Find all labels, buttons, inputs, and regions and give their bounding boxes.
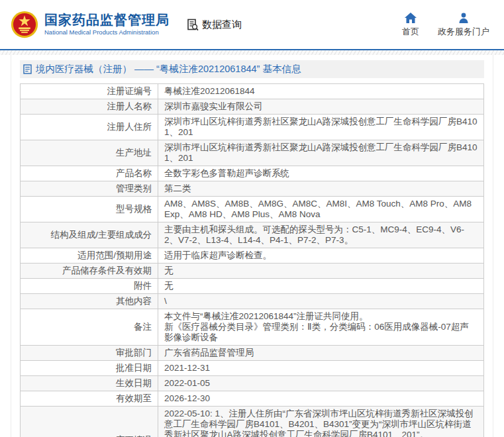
row-value: 全数字彩色多普勒超声诊断系统 (158, 166, 483, 181)
nav-home-label: 首页 (402, 26, 419, 38)
table-row: 生效日期2022-01-05 (21, 375, 483, 391)
info-table: 注册证编号粤械注准20212061844 注册人名称深圳市嘉骏实业有限公司 注册… (20, 83, 484, 437)
row-value: 粤械注准20212061844 (158, 84, 483, 99)
row-value: 2026-12-30 (158, 391, 483, 406)
row-value: AM8、AM8S、AM8B、AM8G、AM8C、AM8I、AM8 Touch、A… (158, 197, 483, 222)
row-value: 无 (158, 264, 483, 278)
table-row: 产品名称全数字彩色多普勒超声诊断系统 (21, 166, 483, 181)
table-row: 其他内容\ (21, 293, 483, 309)
table-row: 附件无 (21, 278, 483, 293)
row-label: 管理类别 (21, 181, 158, 196)
row-value: 本文件与“粤械注准20212061844”注册证共同使用。 新《医疗器械分类目录… (158, 309, 483, 345)
nav-portal[interactable]: 政务服务门户 (438, 12, 489, 38)
table-row: 产品储存条件及有效期无 (21, 263, 483, 278)
user-icon (458, 12, 470, 24)
row-label: 注册人住所 (21, 115, 158, 140)
table-row: 注册人名称深圳市嘉骏实业有限公司 (21, 99, 483, 114)
row-value: \ (158, 294, 483, 309)
row-label: 注册人名称 (21, 99, 158, 114)
row-label: 附件 (21, 279, 158, 293)
table-row: 适用范围/预期用途适用于临床超声诊断检查。 (21, 248, 483, 263)
row-value: 2022-01-05 (158, 376, 483, 391)
table-row: 备注本文件与“粤械注准20212061844”注册证共同使用。 新《医疗器械分类… (21, 309, 483, 345)
org-name-en: National Medical Products Administration (44, 29, 170, 36)
row-label: 备注 (21, 309, 158, 345)
table-row: 结构及组成/主要组成成分主要由主机和探头组成。可选配的探头型号为：C5-1、MC… (21, 222, 483, 248)
content-card: 境内医疗器械（注册） —— “粤械注准20212061844” 基本信息 注册证… (11, 55, 493, 437)
table-row: 有效期至2026-12-30 (21, 391, 483, 406)
table-row: 批准日期2021-12-31 (21, 360, 483, 375)
row-label: 有效期至 (21, 391, 158, 406)
site-logo[interactable]: 国家药品监督管理局 National Medical Products Admi… (11, 11, 170, 38)
decorative-hatch-strip (0, 50, 504, 55)
row-label: 变更情况 (21, 407, 158, 437)
nav-home[interactable]: 首页 (402, 12, 419, 38)
row-label: 审批部门 (21, 346, 158, 360)
row-value: 主要由主机和探头组成。可选配的探头型号为：C5-1、MC9-4、EC9-4、V6… (158, 222, 483, 248)
home-icon (404, 12, 417, 24)
row-value: 深圳市坪山区坑梓街道秀新社区聚龙山A路深城投创意工厂生命科学园厂房B4101、2… (158, 115, 483, 140)
table-row: 注册证编号粤械注准20212061844 (21, 84, 483, 99)
row-label: 产品储存条件及有效期 (21, 264, 158, 278)
row-value: 第二类 (158, 181, 483, 196)
site-header: 国家药品监督管理局 National Medical Products Admi… (0, 0, 504, 50)
page-title: 境内医疗器械（注册） —— “粤械注准20212061844” 基本信息 (36, 63, 301, 75)
document-icon (23, 64, 32, 74)
nav-portal-label: 政务服务门户 (438, 26, 489, 38)
row-label: 生效日期 (21, 376, 158, 391)
data-query-nav[interactable]: 数据查询 (187, 19, 242, 31)
table-row: 管理类别第二类 (21, 181, 483, 196)
row-label: 注册证编号 (21, 84, 158, 99)
row-label: 其他内容 (21, 294, 158, 309)
table-row: 生产地址深圳市坪山区坑梓街道秀新社区聚龙山A路深城投创意工厂生命科学园厂房B41… (21, 140, 483, 166)
row-label: 型号规格 (21, 197, 158, 222)
row-label: 结构及组成/主要组成成分 (21, 222, 158, 248)
row-label: 批准日期 (21, 361, 158, 375)
table-row: 变更情况2022-05-10: 1、注册人住所由“广东省深圳市坪山区坑梓街道秀新… (21, 406, 483, 437)
table-row: 型号规格AM8、AM8S、AM8B、AM8G、AM8C、AM8I、AM8 Tou… (21, 196, 483, 222)
row-value: 适用于临床超声诊断检查。 (158, 248, 483, 263)
table-row: 注册人住所深圳市坪山区坑梓街道秀新社区聚龙山A路深城投创意工厂生命科学园厂房B4… (21, 114, 483, 140)
row-label: 适用范围/预期用途 (21, 248, 158, 263)
document-search-icon (187, 19, 199, 31)
row-value: 2022-05-10: 1、注册人住所由“广东省深圳市坪山区坑梓街道秀新社区深城… (158, 407, 483, 437)
table-row: 审批部门广东省药品监督管理局 (21, 345, 483, 360)
row-label: 产品名称 (21, 166, 158, 181)
row-value: 广东省药品监督管理局 (158, 346, 483, 360)
national-emblem-icon (11, 11, 38, 38)
row-value: 2021-12-31 (158, 361, 483, 375)
data-query-label: 数据查询 (202, 19, 242, 31)
row-label: 生产地址 (21, 140, 158, 166)
row-value: 无 (158, 279, 483, 293)
org-name-cn: 国家药品监督管理局 (44, 13, 170, 27)
page-title-bar: 境内医疗器械（注册） —— “粤械注准20212061844” 基本信息 (20, 60, 484, 78)
row-value: 深圳市嘉骏实业有限公司 (158, 99, 483, 114)
row-value: 深圳市坪山区坑梓街道秀新社区聚龙山A路深城投创意工厂生命科学园厂房B4101、2… (158, 140, 483, 166)
